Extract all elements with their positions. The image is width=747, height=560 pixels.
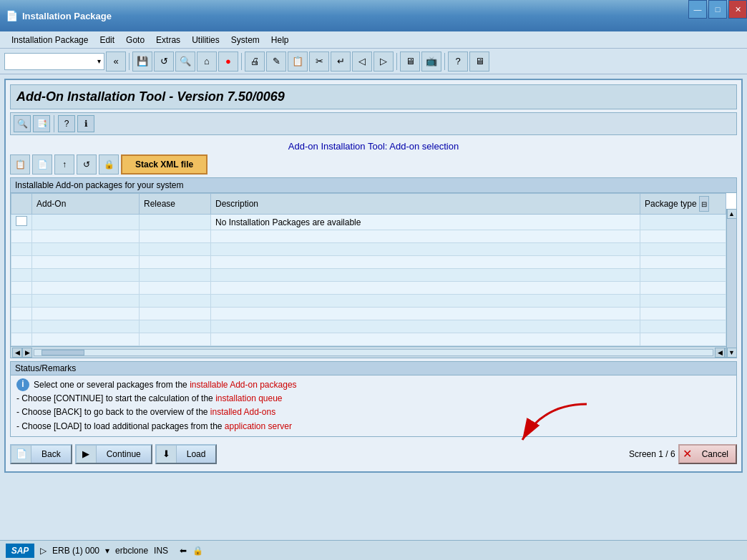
display-button[interactable]: 🖥 — [400, 51, 420, 72]
row-checkbox-cell[interactable] — [11, 230, 32, 243]
load-button[interactable]: ⬇ Load — [155, 444, 218, 464]
menu-system[interactable]: System — [225, 34, 265, 46]
info-button[interactable]: 🖥 — [469, 51, 489, 72]
row-checkbox-cell[interactable] — [11, 282, 32, 295]
app-search-btn[interactable]: 🔍 — [14, 115, 31, 132]
nav-home[interactable]: ⌂ — [197, 51, 217, 72]
row-addon — [32, 333, 140, 346]
insert-button[interactable]: 📋 — [288, 51, 308, 72]
row-checkbox-cell[interactable] — [11, 295, 32, 308]
action-btn-2[interactable]: 📄 — [32, 154, 52, 175]
table-row[interactable]: No Installation Packages are available — [11, 215, 726, 230]
row-checkbox-cell[interactable] — [11, 243, 32, 256]
table-row[interactable] — [11, 295, 726, 308]
save-button[interactable]: 💾 — [132, 51, 152, 72]
app-bookmark-btn[interactable]: 📑 — [33, 115, 50, 132]
scroll-up-button[interactable]: ▲ — [727, 209, 737, 219]
vertical-scrollbar[interactable]: ▲ ▼ — [726, 209, 736, 358]
table-row[interactable] — [11, 282, 726, 295]
toolbar-sep2 — [241, 53, 242, 70]
h-scroll-track[interactable] — [34, 349, 713, 356]
command-field[interactable]: ▾ — [4, 53, 104, 70]
table-row[interactable] — [11, 308, 726, 320]
search-button[interactable]: 🔍 — [175, 51, 195, 72]
cancel-button[interactable]: ✕ Cancel — [678, 444, 737, 464]
action-btn-1[interactable]: 📋 — [10, 154, 30, 175]
row-description: No Installation Packages are available — [211, 215, 640, 230]
row-addon — [32, 269, 140, 282]
table-row[interactable] — [11, 320, 726, 333]
row-checkbox[interactable] — [16, 216, 27, 226]
status-row-1: i Select one or several packages from th… — [16, 378, 731, 392]
row-release — [140, 320, 211, 333]
status-section: Status/Remarks i Select one or several p… — [10, 361, 737, 437]
row-package-type — [640, 308, 726, 320]
maximize-button[interactable]: □ — [708, 0, 727, 19]
status-title-text: Status/Remarks — [15, 363, 76, 373]
display2-button[interactable]: 📺 — [421, 51, 441, 72]
scroll-right-small[interactable]: ▶ — [22, 348, 32, 358]
menu-utilities[interactable]: Utilities — [186, 34, 225, 46]
toolbar-sep4 — [444, 53, 445, 70]
row-checkbox-cell[interactable] — [11, 333, 32, 346]
action-btn-3[interactable]: ↑ — [54, 154, 74, 175]
continue-button[interactable]: ▶ Continue — [75, 444, 152, 464]
row-checkbox-cell[interactable] — [11, 256, 32, 269]
close-button[interactable]: ✕ — [728, 0, 747, 19]
sap-logo: SAP — [6, 544, 34, 558]
nav-left[interactable]: ◁ — [352, 51, 372, 72]
highlight-2: installation queue — [215, 393, 282, 403]
row-description — [211, 308, 640, 320]
stack-xml-button[interactable]: Stack XML file — [121, 154, 208, 175]
table-row[interactable] — [11, 269, 726, 282]
back-btn-icon: 📄 — [11, 446, 31, 463]
nav-right[interactable]: ▷ — [374, 51, 394, 72]
row-checkbox-cell[interactable] — [11, 320, 32, 333]
table-row[interactable] — [11, 333, 726, 346]
menu-edit[interactable]: Edit — [94, 34, 120, 46]
h-scroll-thumb[interactable] — [42, 350, 84, 355]
row-description — [211, 243, 640, 256]
row-checkbox-cell[interactable] — [11, 308, 32, 320]
combo-arrow-icon[interactable]: ▾ — [97, 57, 101, 65]
menu-goto[interactable]: Goto — [120, 34, 150, 46]
scroll-down-button[interactable]: ▼ — [727, 348, 737, 358]
menu-extras[interactable]: Extras — [150, 34, 186, 46]
table-row[interactable] — [11, 256, 726, 269]
col-resize-icon[interactable]: ⊟ — [699, 196, 709, 212]
row-release — [140, 256, 211, 269]
scroll-left-button[interactable]: ◀ — [12, 348, 22, 358]
menu-help[interactable]: Help — [265, 34, 295, 46]
back-toolbar-button[interactable]: « — [106, 51, 126, 72]
back-button[interactable]: 📄 Back — [10, 444, 72, 464]
enter-button[interactable]: ↵ — [331, 51, 351, 72]
row-description — [211, 269, 640, 282]
help-button[interactable]: ? — [448, 51, 468, 72]
row-description — [211, 295, 640, 308]
h-scroll-far-left[interactable]: ◀ — [715, 348, 725, 358]
nav-red[interactable]: ● — [218, 51, 238, 72]
package-table: Add-On Release Description Package type … — [11, 193, 726, 346]
cancel-btn-label: Cancel — [695, 449, 736, 459]
table-row[interactable] — [11, 243, 726, 256]
minimize-button[interactable]: — — [688, 0, 707, 19]
delete-button[interactable]: ✂ — [309, 51, 329, 72]
row-package-type — [640, 295, 726, 308]
row-checkbox-cell[interactable] — [11, 269, 32, 282]
action-btn-4[interactable]: ↺ — [77, 154, 97, 175]
print-button[interactable]: 🖨 — [245, 51, 265, 72]
undo-button[interactable]: ↺ — [154, 51, 174, 72]
row-release — [140, 230, 211, 243]
action-btn-5[interactable]: 🔒 — [99, 154, 119, 175]
table-row[interactable] — [11, 230, 726, 243]
status-bar-triangle[interactable]: ▷ — [40, 546, 47, 556]
menu-installation-package[interactable]: Installation Package — [6, 34, 94, 46]
app-info-btn[interactable]: ℹ — [77, 115, 94, 132]
col-checkbox — [11, 194, 32, 215]
horizontal-scrollbar[interactable]: ◀ ▶ ◀ ▶ — [11, 346, 736, 358]
change-mode[interactable]: ✎ — [266, 51, 286, 72]
row-checkbox-cell[interactable] — [11, 215, 32, 230]
app-help-btn[interactable]: ? — [58, 115, 75, 132]
system-arrow-down[interactable]: ▾ — [105, 546, 109, 556]
row-package-type — [640, 320, 726, 333]
